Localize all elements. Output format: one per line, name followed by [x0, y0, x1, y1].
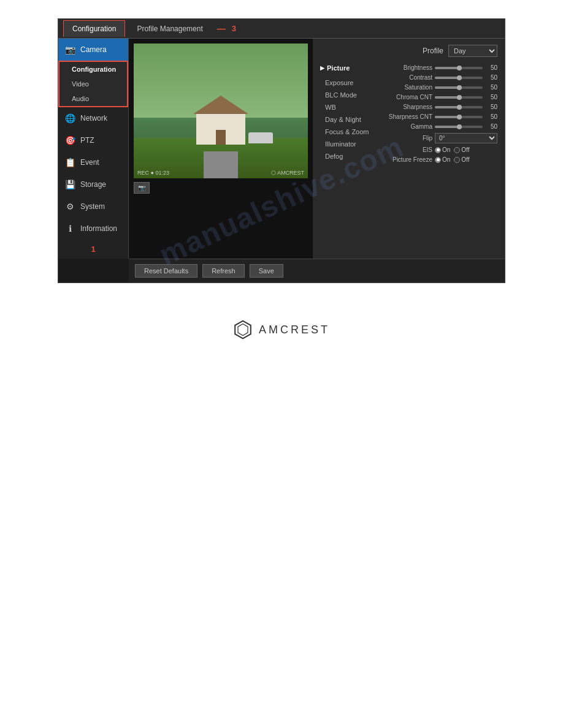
freeze-off-option[interactable]: Off	[454, 156, 469, 163]
freeze-on-label: On	[442, 156, 450, 163]
slider-track-contrast[interactable]	[435, 77, 483, 79]
profile-label: Profile	[423, 47, 443, 55]
eis-on-option[interactable]: On	[435, 146, 450, 153]
settings-left: ▶ Picture Exposure BLC Mode WB Day & Nig…	[320, 64, 378, 166]
amcrest-logo-icon	[233, 320, 253, 339]
snapshot-button[interactable]: 📷	[134, 182, 150, 194]
sidebar-item-information[interactable]: ℹ Information	[58, 218, 128, 240]
slider-value-contrast: 50	[485, 74, 497, 81]
house-body	[196, 114, 245, 145]
slider-fill-sharpness-cnt	[435, 116, 459, 118]
settings-right: Brightness 50 Contrast	[383, 64, 497, 166]
slider-track-chroma[interactable]	[435, 96, 483, 99]
information-icon: ℹ	[64, 224, 75, 233]
picture-freeze-label: Picture Freeze	[383, 156, 432, 163]
slider-track-saturation[interactable]	[435, 86, 483, 89]
slider-thumb-contrast	[457, 75, 462, 80]
eis-label: EIS	[383, 146, 432, 153]
reset-defaults-button[interactable]: Reset Defaults	[135, 264, 197, 278]
slider-row-brightness: Brightness 50	[383, 64, 497, 71]
eis-on-radio[interactable]	[435, 147, 441, 153]
eis-on-label: On	[442, 146, 450, 153]
settings-panel: Profile Day Night Normal ▶ Picture	[313, 39, 505, 259]
eis-row: EIS On Off	[383, 146, 497, 153]
eis-off-option[interactable]: Off	[454, 146, 469, 153]
eis-off-label: Off	[461, 146, 469, 153]
bottom-buttons: Reset Defaults Refresh Save	[129, 259, 505, 282]
profile-select[interactable]: Day Night Normal	[448, 45, 497, 57]
slider-label-contrast: Contrast	[383, 74, 432, 81]
slider-track-brightness[interactable]	[435, 67, 483, 69]
svg-marker-1	[238, 324, 248, 335]
tab-arrow: —	[217, 24, 226, 34]
sidebar-item-ptz[interactable]: 🎯 PTZ	[58, 129, 128, 151]
eis-off-radio[interactable]	[454, 147, 460, 153]
slider-thumb-gamma	[457, 124, 462, 129]
content-area: REC ● 01:23 ⬡ AMCREST 📷 Profile Day Ni	[129, 39, 505, 259]
slider-row-saturation: Saturation 50	[383, 84, 497, 91]
slider-row-contrast: Contrast 50	[383, 74, 497, 81]
slider-thumb-sharpness-cnt	[457, 115, 462, 119]
sidebar-submenu: Configuration Video Audio	[58, 61, 128, 107]
slider-label-sharpness: Sharpness	[383, 104, 432, 110]
slider-fill-gamma	[435, 126, 459, 128]
freeze-off-radio[interactable]	[454, 157, 460, 163]
sidebar-item-camera[interactable]: 📷 Camera	[58, 39, 128, 61]
menu-item-blc[interactable]: BLC Mode	[320, 89, 378, 101]
picture-title-text: Picture	[327, 64, 350, 72]
page-wrapper: Configuration Profile Management — 3 📷 C…	[0, 0, 563, 364]
tab-profile-management[interactable]: Profile Management	[128, 20, 212, 37]
slider-thumb-sharpness	[457, 105, 462, 110]
footer-brand-text: AMCREST	[259, 324, 330, 336]
sidebar-label-network: Network	[80, 114, 107, 123]
flip-label: Flip	[383, 135, 432, 142]
menu-item-wb[interactable]: WB	[320, 101, 378, 113]
menu-item-exposure[interactable]: Exposure	[320, 77, 378, 89]
slider-track-sharpness-cnt[interactable]	[435, 116, 483, 118]
freeze-on-radio[interactable]	[435, 157, 441, 163]
slider-thumb-chroma	[457, 95, 462, 100]
submenu-item-audio[interactable]: Audio	[59, 91, 127, 106]
menu-item-illuminator[interactable]: Illuminator	[320, 138, 378, 150]
video-frame: REC ● 01:23 ⬡ AMCREST	[134, 44, 308, 178]
house	[196, 114, 245, 145]
camera-icon: 📷	[64, 45, 75, 55]
event-icon: 📋	[64, 157, 75, 167]
flip-row: Flip 0° 90° 180° 270°	[383, 133, 497, 143]
sidebar-item-system[interactable]: ⚙ System	[58, 195, 128, 218]
ui-container: Configuration Profile Management — 3 📷 C…	[58, 18, 505, 283]
tab-configuration[interactable]: Configuration	[63, 20, 125, 37]
menu-item-day-night[interactable]: Day & Night	[320, 113, 378, 126]
save-button[interactable]: Save	[250, 264, 283, 278]
flip-select[interactable]: 0° 90° 180° 270°	[435, 133, 497, 143]
storage-icon: 💾	[64, 180, 75, 189]
sidebar-item-network[interactable]: 🌐 Network	[58, 107, 128, 129]
ptz-icon: 🎯	[64, 135, 75, 145]
slider-row-gamma: Gamma 50	[383, 123, 497, 130]
slider-label-brightness: Brightness	[383, 64, 432, 71]
refresh-button[interactable]: Refresh	[202, 264, 245, 278]
slider-value-gamma: 50	[485, 123, 497, 130]
slider-label-gamma: Gamma	[383, 123, 432, 130]
footer: AMCREST	[233, 320, 330, 339]
slider-row-sharpness-cnt: Sharpness CNT 50	[383, 113, 497, 120]
freeze-off-label: Off	[461, 156, 469, 163]
network-icon: 🌐	[64, 113, 75, 123]
sidebar-number-1: 1	[58, 240, 128, 259]
freeze-on-option[interactable]: On	[435, 156, 450, 163]
submenu-item-configuration[interactable]: Configuration	[59, 62, 127, 77]
menu-item-focus-zoom[interactable]: Focus & Zoom	[320, 126, 378, 138]
menu-item-defog[interactable]: Defog	[320, 150, 378, 162]
sidebar-item-storage[interactable]: 💾 Storage	[58, 173, 128, 195]
slider-value-chroma: 50	[485, 94, 497, 100]
slider-row-chroma: Chroma CNT 50	[383, 94, 497, 100]
slider-fill-saturation	[435, 86, 459, 89]
slider-track-gamma[interactable]	[435, 126, 483, 128]
driveway	[204, 151, 239, 178]
slider-track-sharpness[interactable]	[435, 106, 483, 108]
sidebar-label-system: System	[80, 202, 105, 211]
submenu-item-video[interactable]: Video	[59, 77, 127, 91]
slider-row-sharpness: Sharpness 50	[383, 104, 497, 110]
main-content: 📷 Camera Configuration Video Audio 🌐 Net…	[58, 39, 505, 259]
sidebar-item-event[interactable]: 📋 Event	[58, 151, 128, 173]
